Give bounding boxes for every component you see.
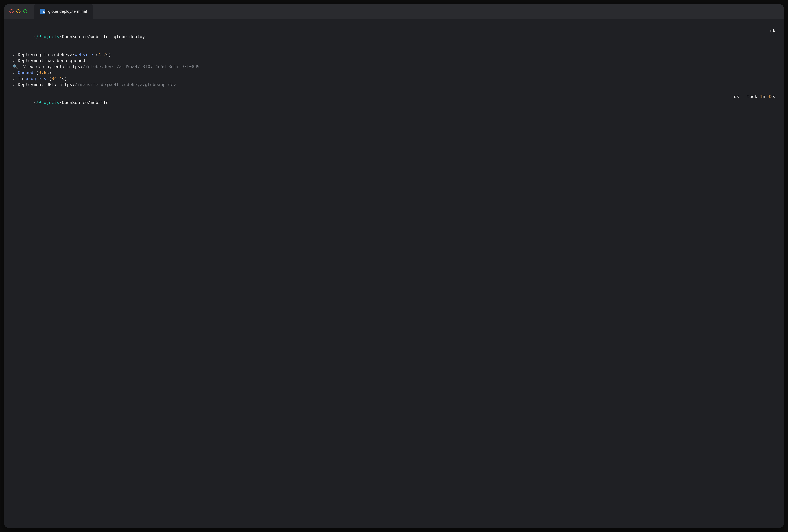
check-icon: ✓: [13, 76, 15, 82]
terminal-window: TS globe deploy.terminal ~/Projects/Open…: [4, 4, 784, 528]
tab-terminal[interactable]: TS globe deploy.terminal: [34, 4, 93, 19]
output-line: 🔍 View deployment: https://globe.dev/_/a…: [13, 64, 775, 70]
output-text: Deployment has been queued: [15, 58, 85, 64]
tab-title: globe deploy.terminal: [48, 9, 87, 14]
search-icon: 🔍: [13, 64, 18, 70]
titlebar: TS globe deploy.terminal: [4, 4, 784, 19]
prompt-projects: Projects: [39, 100, 59, 105]
prompt-line: ~/Projects/OpenSource/website ok | took …: [13, 94, 775, 112]
status-ok: ok: [770, 28, 775, 34]
prompt-slash: /: [36, 34, 38, 39]
output-line: ✓ Deployment has been queued: [13, 58, 775, 64]
output-text: Deployment URL: https:: [15, 82, 75, 87]
prompt-tilde: ~: [34, 100, 36, 105]
status-ok: ok: [734, 94, 739, 100]
status-right: ok | took 1m 48s: [734, 94, 775, 100]
typescript-icon: TS: [40, 9, 45, 14]
output-duration: 4.2: [98, 52, 106, 58]
check-icon: ✓: [13, 52, 15, 58]
output-queued: Queued: [18, 70, 34, 76]
prompt-path: /OpenSource/website: [59, 100, 109, 105]
elapsed-min: 1: [760, 94, 762, 100]
output-line: ✓ In progress (84.4s): [13, 76, 775, 82]
output-progress: progress: [25, 76, 46, 82]
zoom-icon[interactable]: [23, 9, 27, 14]
output-text: Deploying to codekeyz/: [15, 52, 75, 58]
output-line: ✓ Deployment URL: https://website-dejxg4…: [13, 82, 775, 87]
output-website: website: [75, 52, 93, 58]
output-duration: 9.6: [39, 70, 46, 76]
check-icon: ✓: [13, 70, 15, 76]
output-duration: 84.4: [52, 76, 62, 82]
minimize-icon[interactable]: [16, 9, 20, 14]
prompt-command: globe deploy: [114, 34, 145, 39]
terminal-body[interactable]: ~/Projects/OpenSource/website globe depl…: [4, 19, 784, 528]
prompt-projects: Projects: [39, 34, 59, 39]
output-text: View deployment: https:: [18, 64, 83, 70]
output-line: ✓ Deploying to codekeyz/website (4.2s): [13, 52, 775, 58]
elapsed-sec: 48: [768, 94, 773, 100]
close-icon[interactable]: [9, 9, 14, 14]
output-line: ✓ Queued (9.6s): [13, 70, 775, 76]
check-icon: ✓: [13, 58, 15, 64]
check-icon: ✓: [13, 82, 15, 87]
prompt-path: /OpenSource/website: [59, 34, 109, 39]
deployment-url[interactable]: //website-dejxg4l-codekeyz.globeapp.dev: [75, 82, 176, 87]
prompt-tilde: ~: [34, 34, 36, 39]
deployment-url[interactable]: //globe.dev/_/afd55a47-8f07-4d5d-8df7-97…: [83, 64, 200, 70]
window-controls: [9, 9, 27, 14]
prompt-slash: /: [36, 100, 38, 105]
prompt-line: ~/Projects/OpenSource/website globe depl…: [13, 28, 775, 46]
